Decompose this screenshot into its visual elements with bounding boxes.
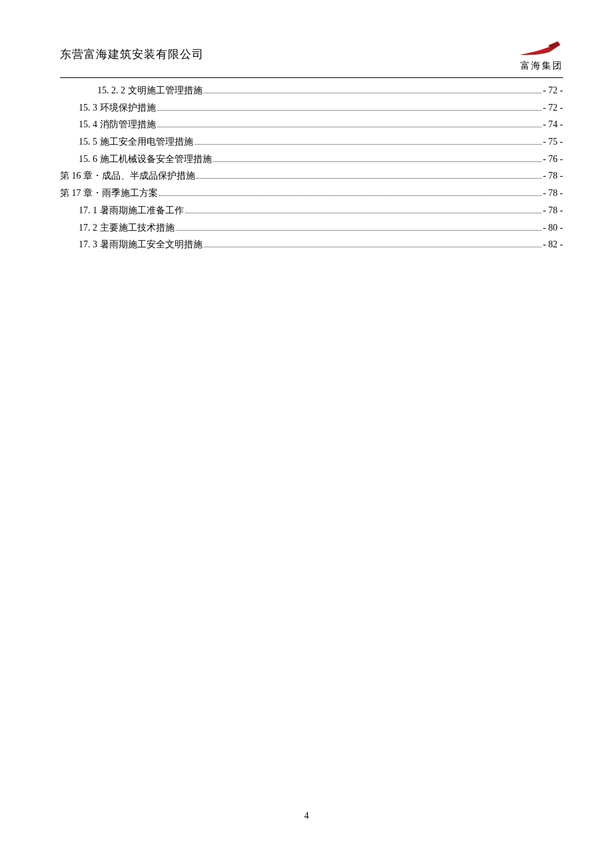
toc-entry: 15. 2. 2 文明施工管理措施- 72 - — [60, 83, 563, 98]
toc-entry-page: - 78 - — [543, 203, 563, 218]
toc-leader-dots — [204, 247, 542, 247]
toc-entry: 17. 2 主要施工技术措施- 80 - — [60, 221, 563, 235]
logo-area: 富海集团 — [516, 40, 563, 72]
toc-entry-page: - 82 - — [543, 237, 563, 252]
toc-entry-page: - 78 - — [543, 169, 563, 183]
toc-leader-dots — [204, 93, 542, 93]
toc-leader-dots — [213, 161, 542, 162]
toc-entry-page: - 80 - — [543, 221, 563, 235]
logo-text: 富海集团 — [516, 60, 563, 72]
toc-entry: 15. 4 消防管理措施- 74 - — [60, 117, 563, 132]
toc-entry: 17. 3 暑雨期施工安全文明措施- 82 - — [60, 237, 563, 252]
toc-entry-label: 15. 2. 2 文明施工管理措施 — [97, 83, 203, 98]
document-header: 东营富海建筑安装有限公司 富海集团 — [60, 40, 563, 72]
toc-entry-page: - 74 - — [543, 117, 563, 132]
company-name: 东营富海建筑安装有限公司 — [60, 40, 204, 62]
toc-leader-dots — [157, 127, 542, 127]
toc-entry: 15. 3 环境保护措施- 72 - — [60, 101, 563, 115]
toc-leader-dots — [197, 178, 542, 179]
toc-leader-dots — [157, 110, 542, 111]
toc-entry-label: 15. 3 环境保护措施 — [79, 101, 156, 115]
table-of-contents: 15. 2. 2 文明施工管理措施- 72 -15. 3 环境保护措施- 72 … — [60, 83, 563, 252]
toc-entry: 15. 5 施工安全用电管理措施- 75 - — [60, 135, 563, 149]
toc-leader-dots — [195, 144, 542, 145]
header-divider — [60, 77, 563, 78]
toc-entry-label: 15. 4 消防管理措施 — [79, 117, 156, 132]
toc-entry-label: 第 17 章・雨季施工方案 — [60, 186, 158, 201]
toc-entry-label: 第 16 章・成品、半成品保护措施 — [60, 169, 195, 183]
toc-entry: 17. 1 暑雨期施工准备工作- 78 - — [60, 203, 563, 218]
page-number: 4 — [305, 811, 309, 821]
toc-entry-page: - 75 - — [543, 135, 563, 149]
toc-entry-label: 17. 3 暑雨期施工安全文明措施 — [79, 237, 203, 252]
toc-entry-label: 15. 5 施工安全用电管理措施 — [79, 135, 193, 149]
toc-entry-label: 17. 2 主要施工技术措施 — [79, 221, 175, 235]
toc-entry-page: - 72 - — [543, 83, 563, 98]
toc-entry-page: - 78 - — [543, 186, 563, 201]
toc-leader-dots — [159, 195, 542, 196]
company-logo-icon — [516, 40, 563, 59]
toc-entry-label: 17. 1 暑雨期施工准备工作 — [79, 203, 184, 218]
toc-entry: 第 17 章・雨季施工方案- 78 - — [60, 186, 563, 201]
toc-leader-dots — [176, 230, 542, 231]
toc-entry: 第 16 章・成品、半成品保护措施- 78 - — [60, 169, 563, 183]
toc-entry: 15. 6 施工机械设备安全管理措施- 76 - — [60, 152, 563, 167]
toc-entry-label: 15. 6 施工机械设备安全管理措施 — [79, 152, 212, 167]
toc-entry-page: - 72 - — [543, 101, 563, 115]
toc-entry-page: - 76 - — [543, 152, 563, 167]
toc-leader-dots — [185, 213, 542, 213]
